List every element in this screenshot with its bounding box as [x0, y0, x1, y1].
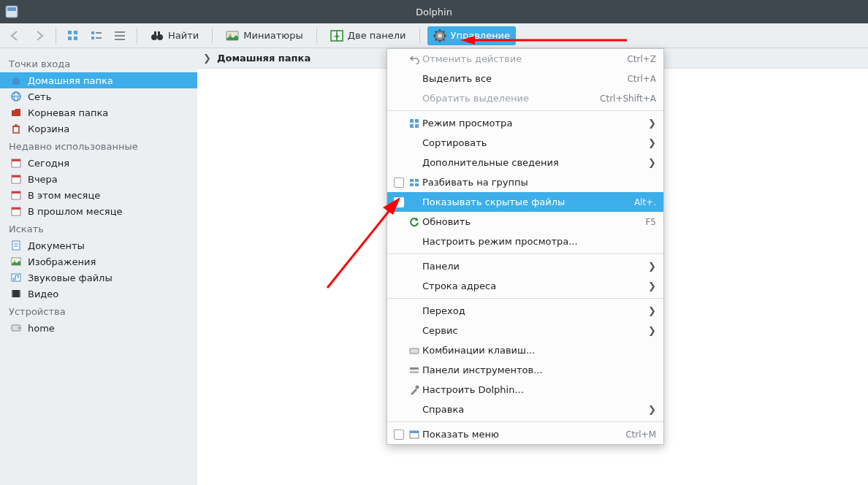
- menu-item[interactable]: Панели❯: [387, 256, 663, 276]
- icons-view-icon: [66, 29, 80, 42]
- svg-rect-62: [415, 179, 419, 182]
- network-icon: [10, 91, 22, 102]
- toolbar: Найти Миниатюры + Две панели Управление: [0, 23, 868, 48]
- manage-dropdown: Отменить действиеCtrl+ZВыделить всеCtrl+…: [387, 48, 664, 445]
- menu-accelerator: Ctrl+A: [627, 74, 656, 84]
- menu-item-label: Панели инструментов...: [422, 364, 656, 375]
- checkbox-icon: [394, 177, 404, 188]
- svg-line-29: [443, 39, 444, 40]
- svg-rect-12: [115, 39, 125, 40]
- thumbnails-icon: [226, 29, 239, 42]
- menu-item-label: Справка: [422, 404, 646, 415]
- two-panels-button[interactable]: + Две панели: [324, 26, 412, 45]
- menu-item[interactable]: Сортировать❯: [387, 133, 663, 153]
- undo-icon: [406, 54, 422, 64]
- chevron-right-icon: ❯: [646, 325, 656, 336]
- chevron-right-icon: ❯: [203, 53, 211, 64]
- svg-rect-7: [96, 32, 102, 34]
- back-button[interactable]: [6, 26, 25, 45]
- menu-item-label: Панели: [422, 261, 646, 272]
- sidebar-item-label: Изображения: [28, 256, 96, 267]
- svg-rect-64: [415, 183, 419, 186]
- thumbnails-button[interactable]: Миниатюры: [220, 26, 309, 45]
- menu-item[interactable]: Дополнительные сведения❯: [387, 153, 663, 172]
- view-compact-button[interactable]: [87, 26, 106, 45]
- menu-accelerator: Ctrl+M: [625, 429, 656, 440]
- sidebar-item[interactable]: home: [0, 320, 197, 336]
- menu-item[interactable]: Справка❯: [387, 400, 663, 419]
- menu-item[interactable]: Переход❯: [387, 301, 663, 321]
- forward-button[interactable]: [29, 26, 48, 45]
- sidebar-item-label: home: [28, 323, 55, 334]
- menu-item[interactable]: Выделить всеCtrl+A: [387, 69, 663, 88]
- gear-icon: [433, 29, 446, 42]
- sidebar-item-label: Звуковые файлы: [28, 272, 113, 283]
- menu-checkbox-slot: [392, 197, 406, 207]
- menu-item[interactable]: Настроить Dolphin...: [387, 380, 663, 400]
- menu-separator: [387, 421, 663, 422]
- menu-item-label: Показать меню: [422, 429, 625, 440]
- menu-item-label: Обратить выделение: [422, 93, 600, 104]
- sidebar-item[interactable]: Видео: [0, 286, 197, 302]
- svg-rect-35: [13, 126, 19, 133]
- sidebar-item[interactable]: Корневая папка: [0, 104, 197, 121]
- menu-item[interactable]: Показать менюCtrl+M: [387, 424, 663, 444]
- sidebar-item[interactable]: Звуковые файлы: [0, 270, 197, 286]
- sidebar-item[interactable]: Документы: [0, 237, 197, 253]
- menu-accelerator: Ctrl+Z: [627, 54, 656, 64]
- menu-item[interactable]: Разбивать на группы: [387, 172, 663, 192]
- sidebar-item[interactable]: Вчера: [0, 171, 197, 187]
- sidebar-item[interactable]: Домашняя папка: [0, 72, 197, 88]
- two-panels-label: Две панели: [348, 30, 406, 41]
- shortcuts-icon: [406, 345, 422, 356]
- svg-rect-54: [19, 290, 20, 297]
- svg-rect-8: [91, 37, 94, 39]
- checkbox-icon: [394, 197, 404, 207]
- view-details-button[interactable]: [110, 26, 129, 45]
- find-button[interactable]: Найти: [145, 26, 205, 45]
- menu-item-label: Сервис: [422, 325, 646, 336]
- svg-rect-10: [115, 31, 125, 33]
- svg-rect-39: [12, 159, 20, 161]
- sidebar-item[interactable]: В прошлом месяце: [0, 203, 197, 219]
- menu-item[interactable]: Настроить режим просмотра...: [387, 232, 663, 251]
- image-icon: [10, 256, 22, 267]
- svg-rect-41: [12, 175, 20, 177]
- menu-item[interactable]: Комбинации клавиш...: [387, 340, 663, 360]
- sidebar-item[interactable]: Корзина: [0, 121, 197, 137]
- menu-item[interactable]: ОбновитьF5: [387, 212, 663, 232]
- find-label: Найти: [168, 30, 199, 41]
- sidebar-item[interactable]: Сеть: [0, 88, 197, 104]
- manage-button[interactable]: Управление: [427, 26, 517, 45]
- sidebar-section-header: Точки входа: [0, 54, 197, 72]
- svg-rect-6: [91, 31, 94, 34]
- menu-item[interactable]: Строка адреса❯: [387, 276, 663, 296]
- sidebar-section-header: Устройства: [0, 302, 197, 320]
- menu-item[interactable]: Показывать скрытые файлыAlt+.: [387, 192, 663, 212]
- arrow-right-icon: [32, 29, 45, 42]
- sidebar-item[interactable]: Сегодня: [0, 155, 197, 171]
- menu-item[interactable]: Режим просмотра❯: [387, 113, 663, 133]
- root-icon: [10, 107, 22, 118]
- dolphin-window: Dolphin: [0, 0, 868, 485]
- svg-rect-9: [96, 37, 102, 39]
- svg-line-28: [435, 31, 436, 32]
- view-icons-button[interactable]: [64, 26, 83, 45]
- sidebar-item[interactable]: Изображения: [0, 253, 197, 270]
- chevron-right-icon: ❯: [646, 137, 656, 148]
- binoculars-icon: [151, 29, 164, 42]
- svg-rect-4: [68, 37, 72, 40]
- menu-item[interactable]: Сервис❯: [387, 321, 663, 340]
- menu-checkbox-slot: [392, 429, 406, 440]
- calendar-icon: [10, 157, 22, 169]
- refresh-icon: [406, 217, 422, 227]
- titlebar: Dolphin: [0, 0, 868, 23]
- trash-icon: [10, 123, 22, 134]
- chevron-right-icon: ❯: [646, 404, 656, 415]
- svg-rect-16: [158, 31, 160, 36]
- sidebar-section-header: Недавно использованные: [0, 137, 197, 155]
- menu-item[interactable]: Панели инструментов...: [387, 360, 663, 380]
- sidebar-item[interactable]: В этом месяце: [0, 187, 197, 203]
- sidebar-item-label: Документы: [28, 240, 85, 251]
- calendar-icon: [10, 189, 22, 201]
